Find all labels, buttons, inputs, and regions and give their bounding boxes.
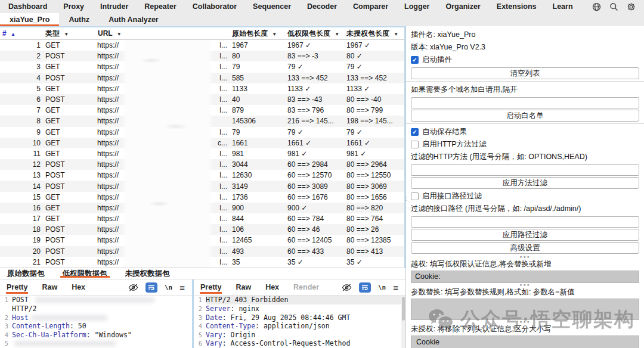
privilege-cookie-header[interactable]: Cookie: [411,271,639,283]
packet-tab-1[interactable]: 低权限数据包 [61,268,109,279]
row-index: 6 [0,95,43,104]
row-method: GET [43,85,95,93]
menu-item-proxy[interactable]: Proxy [63,2,84,11]
tab-authz[interactable]: Authz [59,13,99,26]
editor-tab-raw[interactable]: Raw [235,281,252,294]
menu-item-intruder[interactable]: Intruder [100,2,128,11]
row-index: 4 [0,74,43,82]
word-wrap-icon[interactable] [359,282,371,293]
menu-item-dashboard[interactable]: Dashboard [8,2,47,11]
menu-item-organizer[interactable]: Organizer [445,2,480,11]
method-filter-hint-label: 过滤的HTTP方法 (用逗号分隔，如: OPTIONS,HEAD) [411,151,639,163]
row-original-length: 493 [230,247,285,256]
plugin-version-label: 版本: xiaYue_Pro V2.3 [411,41,639,54]
menu-item-sequencer[interactable]: Sequencer [253,2,291,11]
response-editor-content[interactable]: 1HTTP/2 403 Forbidden2Server: nginx3Date… [194,296,405,348]
row-method: POST [43,74,95,82]
response-scrollbar[interactable] [401,296,405,348]
code-line: 1HTTP/2 403 Forbidden [194,296,405,304]
column-header-index[interactable]: # ▲ [0,29,43,38]
enable-path-filter-checkbox[interactable]: 启用接口路径过滤 [411,190,639,203]
row-lowpriv-length: 60 ==> 3089 [285,182,344,191]
column-header-url[interactable]: URL ▼ [95,29,230,38]
enable-method-filter-checkbox[interactable]: 启用HTTP方法过滤 [411,138,639,151]
row-original-length: 879 [230,106,285,114]
row-unauth-length: 80 ==> 764 [344,215,404,223]
advanced-settings-button[interactable]: 高级设置 [411,242,639,254]
param-replace-textarea[interactable] [411,299,639,320]
menu-items: DashboardProxyIntruderRepeaterCollaborat… [8,2,592,11]
row-unauth-length: 80 ==> 26 [344,225,404,234]
settings-gear-icon[interactable] [627,2,636,11]
eye-off-icon[interactable] [342,283,352,292]
menu-icon[interactable]: ≡ [393,283,398,292]
method-filter-input[interactable] [411,164,639,176]
menu-item-extensions[interactable]: Extensions [497,2,537,11]
row-unauth-length: 79 ✓ [344,128,404,136]
row-method: POST [43,247,95,256]
menu-icon[interactable]: ≡ [179,283,185,292]
redacted-text [14,341,116,346]
menu-item-repeater[interactable]: Repeater [144,2,177,11]
row-method: GET [43,139,95,147]
start-whitelist-button[interactable]: 启动白名单 [411,110,639,122]
plugin-settings-panel: ⋮ 插件名: xiaYue_Pro 版本: xiaYue_Pro V2.3 ✓ … [405,26,644,348]
packet-tab-0[interactable]: 原始数据包 [6,268,46,279]
column-header-original-length[interactable]: 原始包长度 ▼ [230,29,285,39]
filter-icon: ▼ [394,32,398,37]
row-lowpriv-length: 60 ==> 433 [285,247,344,256]
param-replace-hint-label: 参数替换: 填写参数替换规则,格式如: 参数名=新值 [411,286,639,299]
row-index: 16 [0,204,43,212]
divider [406,81,644,82]
menu-item-logger[interactable]: Logger [404,2,429,11]
path-filter-input[interactable] [411,216,639,228]
newline-icon[interactable]: \n [378,284,386,291]
unauth-hint-label: 未授权: 将移除下列头认证信息,区分大小写 [411,323,639,335]
unauth-cookie-area[interactable]: Cookie [411,335,639,348]
menu-item-learn[interactable]: Learn [553,2,573,11]
plugin-name-label: 插件名: xiaYue_Pro [411,29,639,41]
request-editor-content[interactable]: 1POST HTTP/22Host3Content-Length: 504Sec… [0,296,192,348]
auto-save-checkbox[interactable]: ✓ 自动保存结果 [411,126,639,138]
editor-tab-pretty[interactable]: Pretty [6,281,28,294]
editor-tab-pretty[interactable]: Pretty [200,281,222,294]
row-original-length: 40 [230,95,285,104]
start-plugin-checkbox[interactable]: ✓ 启动插件 [411,54,639,66]
row-index: 7 [0,106,43,114]
apply-path-filter-button[interactable]: 应用路径过滤 [411,229,639,241]
code-line: 4Content-Type: application/json [194,322,405,331]
code-line: 6Vary: Access-Control-Request-Method [194,339,405,348]
editor-tools: \n≡ [342,282,398,293]
column-header-type[interactable]: 类型 ▼ [43,29,95,39]
column-header-unauth-length[interactable]: 未授权包长度 ▼ [344,29,404,39]
editor-tab-raw[interactable]: Raw [41,281,58,294]
menu-item-comparer[interactable]: Comparer [353,2,388,11]
menu-item-collaborator[interactable]: Collaborator [193,2,237,11]
newline-icon[interactable]: \n [165,284,172,291]
globe-icon[interactable] [592,2,601,11]
row-index: 20 [0,247,43,256]
checkbox-checked-icon: ✓ [411,128,419,136]
editor-tab-hex[interactable]: Hex [71,281,86,294]
row-unauth-length: 80 ==> 3069 [344,182,404,191]
whitelist-input[interactable] [411,97,639,108]
tab-xiayue-pro[interactable]: xiaYue_Pro [0,13,59,26]
apply-method-filter-button[interactable]: 应用方法过滤 [411,177,639,189]
request-editor: PrettyRawHex\n≡ 1POST HTTP/22Host3Conten… [0,279,192,348]
row-lowpriv-length: 79 ✓ [285,63,344,71]
editor-tab-render: Render [293,281,320,294]
tab-auth-analyzer[interactable]: Auth Analyzer [99,13,168,26]
panel-splitter-grip[interactable]: ⋮ [404,198,408,200]
clear-list-button[interactable]: 清空列表 [411,67,639,79]
code-line: 2Host [0,313,192,322]
row-lowpriv-length: 216 ==> 145... [285,117,344,125]
editor-tab-hex[interactable]: Hex [265,281,280,294]
packet-tab-2[interactable]: 未授权数据包 [124,268,171,279]
checkbox-unchecked-icon [411,141,419,148]
menu-item-decoder[interactable]: Decoder [307,2,337,11]
eye-off-icon[interactable] [128,283,138,292]
row-lowpriv-length: 60 ==> 46 [285,225,344,234]
column-header-lowpriv-length[interactable]: 低权限包长度 ▼ [285,29,344,39]
search-icon[interactable] [609,2,618,11]
word-wrap-icon[interactable] [145,282,157,293]
